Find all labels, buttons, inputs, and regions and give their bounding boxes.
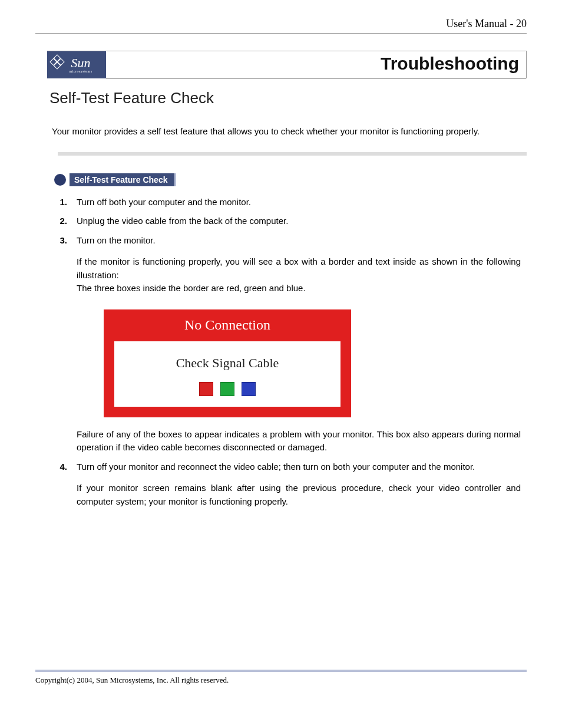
intro-paragraph: Your monitor provides a self test featur… [52, 125, 521, 138]
step-3-note-1-line1: If the monitor is functioning properly, … [77, 256, 521, 280]
footer-rule [35, 670, 527, 672]
subsection-label: Self-Test Feature Check [68, 173, 176, 186]
step-4-note: If your monitor screen remains blank aft… [77, 482, 521, 508]
step-3-note-1: If the monitor is functioning properly, … [77, 255, 521, 295]
step-3-text: Turn on the monitor. [77, 235, 156, 245]
sun-logo: Sun microsystems [47, 51, 106, 78]
no-connection-illustration: No Connection Check Signal Cable [104, 309, 351, 417]
green-box-icon [220, 382, 234, 396]
sun-logo-text: Sun [71, 57, 91, 70]
step-2-text: Unplug the video cable from the back of … [77, 216, 288, 226]
content-area: Your monitor provides a self test featur… [49, 125, 527, 508]
illustration-body: Check Signal Cable [114, 341, 340, 407]
page-header: User's Manual - 20 [35, 18, 527, 34]
section-title: Self-Test Feature Check [49, 89, 527, 107]
step-3: Turn on the monitor. If the monitor is f… [49, 234, 521, 454]
page: User's Manual - 20 Sun microsystems Trou… [0, 0, 562, 696]
step-1: Turn off both your computer and the moni… [49, 196, 521, 209]
illustration-heading: No Connection [104, 309, 351, 341]
divider [58, 152, 527, 156]
sun-logo-subtext: microsystems [70, 70, 92, 73]
red-box-icon [199, 382, 213, 396]
step-3-note-1-line2: The three boxes inside the border are re… [77, 283, 306, 293]
subsection-header: Self-Test Feature Check [54, 173, 527, 186]
step-2: Unplug the video cable from the back of … [49, 215, 521, 228]
chapter-title: Troubleshooting [106, 51, 526, 79]
chapter-banner: Sun microsystems Troubleshooting [47, 51, 527, 78]
sun-logo-icon [49, 54, 64, 69]
illustration-caption: Check Signal Cable [114, 353, 340, 373]
steps-list: Turn off both your computer and the moni… [49, 196, 521, 509]
page-footer: Copyright(c) 2004, Sun Microsystems, Inc… [35, 670, 527, 685]
step-1-text: Turn off both your computer and the moni… [77, 197, 251, 207]
blue-box-icon [242, 382, 256, 396]
step-4-text: Turn off your monitor and reconnect the … [77, 462, 475, 472]
bullet-icon [54, 174, 66, 186]
copyright-text: Copyright(c) 2004, Sun Microsystems, Inc… [35, 676, 229, 684]
step-3-after: Failure of any of the boxes to appear in… [77, 428, 521, 454]
step-4: Turn off your monitor and reconnect the … [49, 460, 521, 509]
